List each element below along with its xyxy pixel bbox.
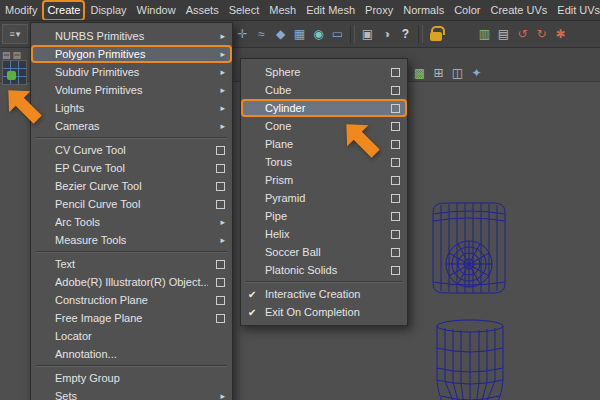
polygon-primitives-submenu: Sphere Cube Cylinder Cone Plane Torus Pr…	[240, 58, 408, 326]
help-line-icon[interactable]: ?	[396, 24, 415, 44]
menu-assets[interactable]: Assets	[181, 0, 224, 21]
poly-sphere-shelf-icon[interactable]: ▩	[412, 65, 427, 80]
option-box-icon[interactable]	[391, 68, 400, 77]
submenu-arrow-icon: ▸	[220, 121, 225, 131]
create-item-sets[interactable]: Sets ▸	[31, 387, 232, 400]
create-item-volume-primitives[interactable]: Volume Primitives ▸	[31, 81, 232, 99]
construction-history-icon[interactable]: ◑	[377, 24, 396, 44]
render-view-icon[interactable]: ▥	[475, 24, 494, 44]
option-box-icon[interactable]	[391, 194, 400, 203]
create-item-cv-curve-tool[interactable]: CV Curve Tool	[31, 141, 232, 159]
shelf-tab-scrollers[interactable]: ▤ ▤	[2, 50, 21, 60]
submenu-item-prism[interactable]: Prism	[241, 171, 407, 189]
option-box-icon[interactable]	[391, 176, 400, 185]
snap-to-grid-icon[interactable]: ✛	[233, 24, 252, 44]
option-box-icon[interactable]	[216, 314, 225, 323]
create-item-adobe-illustrator-object[interactable]: Adobe(R) Illustrator(R) Object...	[31, 273, 232, 291]
submenu-item-torus[interactable]: Torus	[241, 153, 407, 171]
make-live-icon[interactable]: ◉	[309, 24, 328, 44]
option-box-icon[interactable]	[391, 86, 400, 95]
create-item-arc-tools[interactable]: Arc Tools ▸	[31, 213, 232, 231]
option-box-icon[interactable]	[391, 140, 400, 149]
item-label: Annotation...	[55, 348, 225, 360]
menu-mesh[interactable]: Mesh	[264, 0, 301, 21]
snap-to-curve-icon[interactable]: ≈	[252, 24, 271, 44]
shelf-highlighted-tool-icon[interactable]	[2, 60, 27, 85]
create-item-polygon-primitives[interactable]: Polygon Primitives ▸	[31, 45, 232, 63]
create-item-cameras[interactable]: Cameras ▸	[31, 117, 232, 135]
menu-proxy[interactable]: Proxy	[360, 0, 398, 21]
cylinder-wireframe-top-view	[430, 200, 508, 296]
menu-normals[interactable]: Normals	[398, 0, 449, 21]
option-box-icon[interactable]	[216, 260, 225, 269]
submenu-item-pipe[interactable]: Pipe	[241, 207, 407, 225]
create-item-construction-plane[interactable]: Construction Plane	[31, 291, 232, 309]
shelf-tab-icon: ▤	[2, 50, 11, 60]
render-current-frame-icon[interactable]: ↺	[513, 24, 532, 44]
option-box-icon[interactable]	[216, 296, 225, 305]
texture-view-icon[interactable]: ▤	[494, 24, 513, 44]
ipr-render-icon[interactable]: ↻	[532, 24, 551, 44]
submenu-item-soccer-ball[interactable]: Soccer Ball	[241, 243, 407, 261]
submenu-item-exit-on-completion[interactable]: ✔ Exit On Completion	[241, 303, 407, 321]
render-settings-icon[interactable]: ✱	[551, 24, 570, 44]
create-item-empty-group[interactable]: Empty Group	[31, 369, 232, 387]
menu-select[interactable]: Select	[224, 0, 265, 21]
option-box-icon[interactable]	[391, 158, 400, 167]
menu-modify[interactable]: Modify	[0, 0, 42, 21]
create-item-nurbs-primitives[interactable]: NURBS Primitives ▸	[31, 27, 232, 45]
submenu-item-interactive-creation[interactable]: ✔ Interactive Creation	[241, 285, 407, 303]
option-box-icon[interactable]	[391, 212, 400, 221]
option-box-icon[interactable]	[216, 278, 225, 287]
menu-window[interactable]: Window	[132, 0, 181, 21]
option-box-icon[interactable]	[391, 104, 400, 113]
item-label: Construction Plane	[55, 294, 208, 306]
submenu-item-cylinder[interactable]: Cylinder	[241, 99, 407, 117]
option-box-icon[interactable]	[216, 146, 225, 155]
submenu-item-platonic-solids[interactable]: Platonic Solids	[241, 261, 407, 279]
menu-display[interactable]: Display	[85, 0, 131, 21]
option-box-icon[interactable]	[391, 230, 400, 239]
lock-icon[interactable]	[426, 24, 445, 44]
option-box-icon[interactable]	[391, 266, 400, 275]
option-box-icon[interactable]	[216, 200, 225, 209]
poly-plane-shelf-icon[interactable]: ◫	[450, 65, 465, 80]
create-item-measure-tools[interactable]: Measure Tools ▸	[31, 231, 232, 249]
poly-cube-shelf-icon[interactable]: ⊞	[431, 65, 446, 80]
snap-to-view-plane-icon[interactable]: ▭	[328, 24, 347, 44]
create-item-bezier-curve-tool[interactable]: Bezier Curve Tool	[31, 177, 232, 195]
submenu-item-sphere[interactable]: Sphere	[241, 63, 407, 81]
snap-to-point-icon[interactable]: ◆	[271, 24, 290, 44]
submenu-item-cone[interactable]: Cone	[241, 117, 407, 135]
submenu-item-cube[interactable]: Cube	[241, 81, 407, 99]
option-box-icon[interactable]	[216, 164, 225, 173]
create-item-text[interactable]: Text	[31, 255, 232, 273]
menu-create[interactable]: Create	[42, 0, 85, 21]
snap-to-projected-center-icon[interactable]: ▦	[290, 24, 309, 44]
option-box-icon[interactable]	[391, 248, 400, 257]
menu-color[interactable]: Color	[449, 0, 485, 21]
create-item-subdiv-primitives[interactable]: Subdiv Primitives ▸	[31, 63, 232, 81]
share-shelf-icon[interactable]: ✦	[469, 65, 484, 80]
create-item-free-image-plane[interactable]: Free Image Plane	[31, 309, 232, 327]
item-label: Pipe	[265, 210, 383, 222]
cylinder-wireframe-perspective-view	[433, 318, 507, 400]
menu-create-uvs[interactable]: Create UVs	[485, 0, 552, 21]
menu-separator	[36, 137, 227, 139]
create-item-annotation[interactable]: Annotation...	[31, 345, 232, 363]
submenu-item-helix[interactable]: Helix	[241, 225, 407, 243]
create-item-pencil-curve-tool[interactable]: Pencil Curve Tool	[31, 195, 232, 213]
input-connections-icon[interactable]: ▣	[358, 24, 377, 44]
create-item-lights[interactable]: Lights ▸	[31, 99, 232, 117]
create-item-ep-curve-tool[interactable]: EP Curve Tool	[31, 159, 232, 177]
item-label: Free Image Plane	[55, 312, 208, 324]
shelf-icon-group: ▩ ⊞ ◫ ✦	[412, 65, 484, 80]
menu-edit-mesh[interactable]: Edit Mesh	[301, 0, 360, 21]
item-label: NURBS Primitives	[55, 30, 212, 42]
create-item-locator[interactable]: Locator	[31, 327, 232, 345]
menu-edit-uvs[interactable]: Edit UVs	[552, 0, 600, 21]
option-box-icon[interactable]	[216, 182, 225, 191]
option-box-icon[interactable]	[391, 122, 400, 131]
menu-set-selector[interactable]: ≡ ▾	[2, 24, 28, 44]
submenu-item-pyramid[interactable]: Pyramid	[241, 189, 407, 207]
